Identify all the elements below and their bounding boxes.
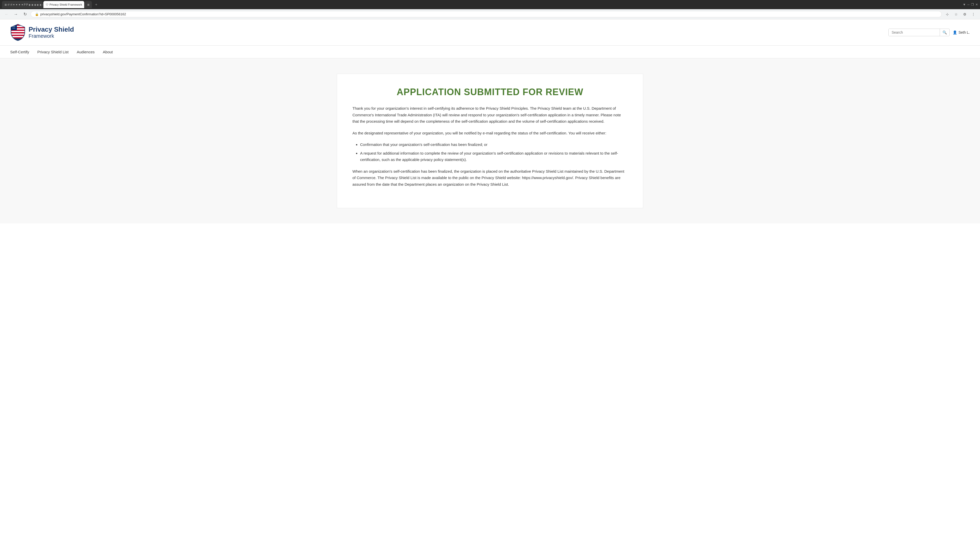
active-tab-label: Privacy Shield Framework <box>49 3 82 6</box>
bookmark-icon[interactable]: ☆ <box>953 11 959 18</box>
menu-icon[interactable]: ⋮ <box>970 11 977 18</box>
search-button[interactable]: 🔍 <box>940 29 950 36</box>
logo-text: Privacy Shield Framework <box>29 26 74 39</box>
svg-rect-9 <box>11 33 24 35</box>
svg-rect-8 <box>11 31 24 32</box>
user-info[interactable]: 👤 Seth L. <box>953 30 970 35</box>
logo-title-line1: Privacy Shield <box>29 26 74 33</box>
user-icon: 👤 <box>953 30 957 35</box>
content-box: APPLICATION SUBMITTED FOR REVIEW Thank y… <box>337 74 643 208</box>
page-title: APPLICATION SUBMITTED FOR REVIEW <box>352 87 628 97</box>
new-tab-button[interactable]: ＋ <box>94 2 98 7</box>
lock-icon: 🔒 <box>35 13 39 16</box>
nav-list: Self-Certify Privacy Shield List Audienc… <box>10 46 970 58</box>
search-box[interactable]: 🔍 <box>888 29 950 36</box>
url-text: privacyshield.gov/PaymentConfirmation?id… <box>40 12 126 16</box>
forward-button[interactable]: → <box>12 11 19 18</box>
nav-link-audiences[interactable]: Audiences <box>77 46 95 58</box>
browser-tab-icons: ⊞ ↺ ↺ ✦ ✦ ✦ ✦ P P ◈ ◈ ◈ ◈ ◈ ◈ ✦ ⊞ A ⊟ A … <box>2 1 43 8</box>
nav-item-about[interactable]: About <box>103 46 113 58</box>
svg-rect-0 <box>11 24 24 26</box>
address-bar[interactable]: 🔒 privacyshield.gov/PaymentConfirmation?… <box>30 11 942 17</box>
bullet-item-1: Confirmation that your organization's se… <box>360 141 628 148</box>
logo-title-line2: Framework <box>29 33 74 39</box>
nav-link-privacy-shield-list[interactable]: Privacy Shield List <box>37 46 68 58</box>
browser-tabs: ⊞ ↺ ↺ ✦ ✦ ✦ ✦ P P ◈ ◈ ◈ ◈ ◈ ◈ ✦ ⊞ A ⊟ A … <box>0 0 980 9</box>
browser-chrome: ⊞ ↺ ↺ ✦ ✦ ✦ ✦ P P ◈ ◈ ◈ ◈ ◈ ◈ ✦ ⊞ A ⊟ A … <box>0 0 980 19</box>
refresh-button[interactable]: ↻ <box>21 11 29 18</box>
site-nav: Self-Certify Privacy Shield List Audienc… <box>0 46 980 59</box>
tab-list-button[interactable]: ▼ <box>963 3 966 6</box>
share-icon[interactable]: ⊹ <box>944 11 951 18</box>
svg-text:★★★: ★★★ <box>12 27 16 29</box>
paragraph-3: When an organization's self-certificatio… <box>352 168 628 188</box>
restore-button[interactable]: ❐ <box>971 3 974 6</box>
svg-rect-10 <box>11 36 24 37</box>
browser-toolbar-icons: ⊹ ☆ ⚙ ⋮ <box>944 11 977 18</box>
nav-item-privacy-shield-list[interactable]: Privacy Shield List <box>37 46 68 58</box>
bullet-list: Confirmation that your organization's se… <box>360 141 628 163</box>
nav-link-about[interactable]: About <box>103 46 113 58</box>
svg-rect-4 <box>11 35 24 36</box>
browser-toolbar: ← → ↻ 🔒 privacyshield.gov/PaymentConfirm… <box>0 9 980 19</box>
svg-rect-3 <box>11 32 24 33</box>
paragraph-2: As the designated representative of your… <box>352 130 628 137</box>
logo-area: ★★★ ★★★ Privacy Shield Framework <box>10 24 74 41</box>
nav-item-audiences[interactable]: Audiences <box>77 46 95 58</box>
extensions-icon[interactable]: ⚙ <box>961 11 968 18</box>
paragraph-1: Thank you for your organization's intere… <box>352 105 628 125</box>
browser-tab-2[interactable]: ⊞ <box>85 1 92 8</box>
header-right: 🔍 👤 Seth L. <box>888 29 970 36</box>
browser-active-tab[interactable]: 🛡 Privacy Shield Framework ✕ <box>43 1 84 8</box>
nav-link-self-certify[interactable]: Self-Certify <box>10 46 29 58</box>
site-header: ★★★ ★★★ Privacy Shield Framework 🔍 👤 Set… <box>0 19 980 46</box>
main-content: APPLICATION SUBMITTED FOR REVIEW Thank y… <box>0 59 980 224</box>
bullet-item-2: A request for additional information to … <box>360 150 628 163</box>
search-input[interactable] <box>889 29 940 36</box>
logo-shield-icon: ★★★ ★★★ <box>10 24 25 41</box>
close-button[interactable]: ✕ <box>975 3 978 6</box>
nav-item-self-certify[interactable]: Self-Certify <box>10 46 29 58</box>
minimize-button[interactable]: ─ <box>967 3 969 6</box>
user-label: Seth L. <box>959 30 970 35</box>
back-button[interactable]: ← <box>3 11 10 18</box>
